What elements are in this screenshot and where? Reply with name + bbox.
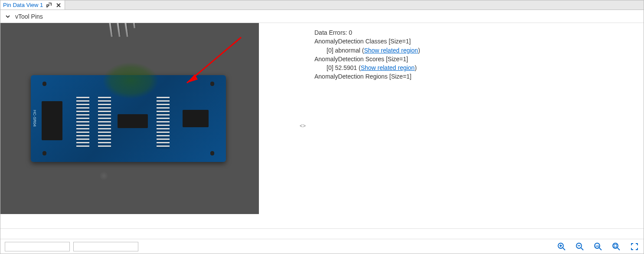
data-errors-row: Data Errors: 0: [314, 28, 635, 37]
svg-text:100: 100: [595, 244, 599, 247]
svg-line-10: [599, 248, 602, 250]
anomaly-region-overlay: [102, 62, 159, 99]
chevron-down-icon[interactable]: [5, 13, 11, 20]
zoom-in-icon[interactable]: [557, 242, 566, 251]
footer-toolbar: 100: [0, 239, 644, 254]
svg-rect-14: [614, 244, 617, 247]
pin-data-view-window: Pin Data View 1 vTool Pins: [0, 0, 644, 254]
svg-line-13: [618, 248, 620, 250]
data-errors-label: Data Errors:: [314, 29, 349, 36]
anomaly-classes-header: AnomalyDetection Classes [Size=1]: [314, 37, 635, 46]
dock-icon[interactable]: [46, 2, 52, 9]
anomaly-classes-entry: [0] abnormal (Show related region): [314, 46, 635, 55]
data-pane: Data Errors: 0 AnomalyDetection Classes …: [306, 23, 644, 228]
tab-pin-data-view[interactable]: Pin Data View 1: [0, 0, 65, 10]
section-header: vTool Pins: [0, 10, 644, 23]
data-errors-value: 0: [349, 29, 352, 36]
svg-line-3: [563, 248, 565, 250]
svg-line-7: [581, 248, 583, 250]
section-title: vTool Pins: [15, 13, 43, 20]
zoom-fit-icon[interactable]: [611, 242, 621, 251]
annotation-arrow-icon: [157, 35, 243, 96]
content-area: HC-SR04 < > Data Errors: 0 AnomalyDet: [0, 23, 644, 228]
board-label: HC-SR04: [33, 110, 37, 127]
splitter[interactable]: < >: [300, 23, 306, 228]
pcb-image: HC-SR04: [0, 23, 259, 214]
svg-point-12: [613, 243, 618, 248]
anomaly-scores-header: AnomalyDetection Scores [Size=1]: [314, 55, 635, 63]
footer-left: [5, 242, 138, 251]
zoom-100-icon[interactable]: 100: [593, 242, 603, 251]
bottom-spacer: [0, 228, 644, 239]
splitter-collapse-left[interactable]: <: [300, 123, 303, 129]
footer-field-1[interactable]: [5, 242, 70, 251]
tab-bar: Pin Data View 1: [0, 0, 644, 10]
footer-field-2[interactable]: [73, 242, 138, 251]
footer-right: 100: [557, 242, 639, 251]
show-related-region-link[interactable]: Show related region: [361, 64, 415, 71]
show-related-region-link[interactable]: Show related region: [364, 47, 418, 54]
close-icon[interactable]: [55, 2, 62, 9]
anomaly-scores-entry: [0] 52.5901 (Show related region): [314, 63, 635, 72]
image-pane[interactable]: HC-SR04: [0, 23, 300, 228]
anomaly-regions-header: AnomalyDetection Regions [Size=1]: [314, 72, 635, 81]
fullscreen-icon[interactable]: [630, 242, 639, 251]
splitter-collapse-right[interactable]: >: [303, 123, 306, 129]
tab-title: Pin Data View 1: [3, 2, 43, 8]
zoom-out-icon[interactable]: [575, 242, 585, 251]
header-pins: [109, 23, 134, 37]
